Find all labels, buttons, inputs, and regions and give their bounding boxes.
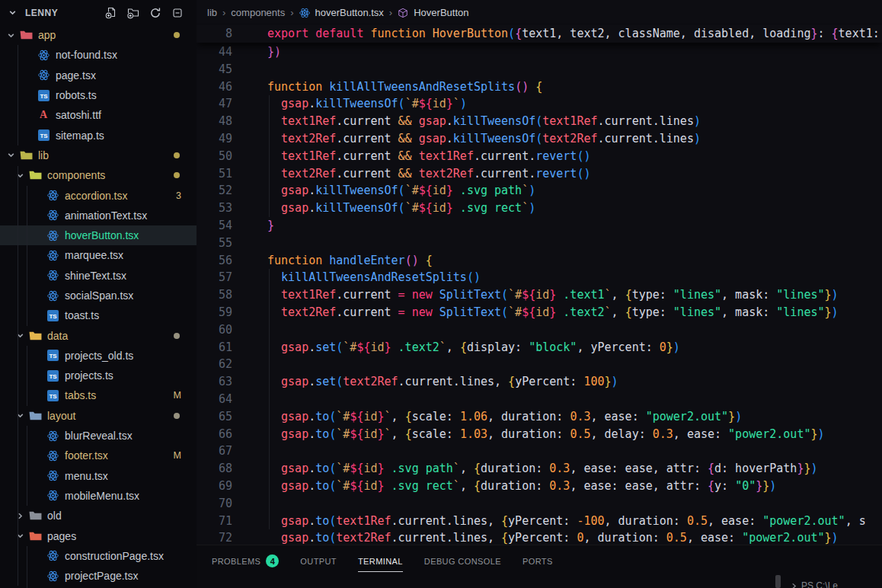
code-line-55[interactable]: 55 — [197, 235, 882, 252]
collapse-folders-button[interactable] — [171, 6, 184, 20]
tree-item-hoverButton.tsx[interactable]: hoverButton.tsx — [0, 225, 197, 245]
code-line-69[interactable]: 69 gsap.to(`#${id} .svg rect`, {duration… — [197, 478, 882, 495]
line-number: 63 — [197, 373, 232, 391]
code-token: "lines" — [673, 305, 721, 319]
code-token: ( — [398, 201, 405, 215]
tree-item-accordion.tsx[interactable]: accordion.tsx3 — [0, 185, 197, 205]
code-lines[interactable]: 44})4546function killAllTweensAndResetSp… — [197, 43, 882, 545]
code-token: . — [308, 462, 315, 475]
code-token: . — [308, 479, 315, 493]
code-line-71[interactable]: 71 gsap.to(text1Ref.current.lines, {yPer… — [197, 513, 882, 530]
git-status-badge: M — [174, 450, 181, 461]
tree-item-menu.tsx[interactable]: menu.tsx — [0, 466, 197, 486]
code-token: gsap — [281, 97, 308, 110]
tree-item-tabs.ts[interactable]: TStabs.tsM — [0, 385, 197, 405]
code-line-46[interactable]: 46function killAllTweensAndResetSplits()… — [197, 78, 882, 96]
tree-item-robots.ts[interactable]: TSrobots.ts — [0, 85, 197, 105]
tab-terminal[interactable]: TERMINAL — [358, 557, 403, 572]
line-number: 67 — [197, 443, 232, 460]
code-line-44[interactable]: 44}) — [197, 43, 882, 61]
chevron-down-icon[interactable] — [8, 8, 18, 17]
tab-ports[interactable]: PORTS — [522, 557, 553, 572]
tab-output[interactable]: OUTPUT — [300, 557, 337, 572]
code-token: new — [412, 305, 439, 319]
code-token: ( — [329, 479, 336, 493]
react-icon — [46, 290, 59, 302]
code-token: . — [308, 340, 315, 354]
breadcrumb-item-components[interactable]: components — [231, 7, 285, 18]
code-line-67[interactable]: 67 — [197, 443, 882, 460]
code-line-63[interactable]: 63 gsap.set(text2Ref.current.lines, {yPe… — [197, 373, 882, 391]
code-line-57[interactable]: 57 killAllTweensAndResetSplits() — [197, 269, 882, 286]
code-line-49[interactable]: 49 text2Ref.current && gsap.killTweensOf… — [197, 130, 882, 148]
code-line-45[interactable]: 45 — [197, 61, 882, 78]
code-token: ) — [769, 479, 776, 493]
code-token: ` — [439, 340, 446, 354]
tab-problems[interactable]: PROBLEMS 4 — [212, 554, 279, 574]
tree-item-pages[interactable]: pages — [0, 526, 197, 545]
code-line-54[interactable]: 54} — [197, 217, 882, 235]
tree-item-layout[interactable]: layout — [0, 406, 197, 426]
code-line-48[interactable]: 48 text1Ref.current && gsap.killTweensOf… — [197, 113, 882, 130]
terminal-prompt-line[interactable]: PS C:\Lenny\Websites\lenny> npm run dev — [210, 577, 499, 588]
code-line-70[interactable]: 70 — [197, 495, 882, 513]
tree-item-sitemap.ts[interactable]: TSsitemap.ts — [0, 125, 197, 145]
code-line-56[interactable]: 56function handleEnter() { — [197, 252, 882, 270]
terminal-scrollbar[interactable] — [775, 575, 781, 588]
code-line-72[interactable]: 72 gsap.to(text2Ref.current.lines, {yPer… — [197, 529, 882, 545]
tree-item-projectPage.tsx[interactable]: projectPage.tsx — [0, 566, 197, 586]
sticky-scroll-line[interactable]: 8 export default function HoverButton({t… — [197, 25, 882, 43]
tree-item-data[interactable]: data — [0, 325, 197, 345]
new-folder-button[interactable] — [126, 6, 140, 20]
code-text: gsap.set(`#${id} .text2`, {display: "blo… — [232, 339, 680, 356]
code-line-64[interactable]: 64 — [197, 391, 882, 408]
code-line-47[interactable]: 47 gsap.killTweensOf(`#${id}`) — [197, 95, 882, 113]
tree-item-lib[interactable]: lib — [0, 145, 197, 165]
tree-item-not-found.tsx[interactable]: not-found.tsx — [0, 45, 197, 65]
tree-item-mobileMenu.tsx[interactable]: mobileMenu.tsx — [0, 486, 197, 506]
tree-item-socialSpan.tsx[interactable]: socialSpan.tsx — [0, 286, 197, 305]
code-token: killAllTweensAndResetSplits — [281, 270, 467, 284]
tree-item-toast.ts[interactable]: TStoast.ts — [0, 305, 197, 325]
tree-item-marquee.tsx[interactable]: marquee.tsx — [0, 245, 197, 265]
code-line-62[interactable]: 62 — [197, 356, 882, 373]
terminal-list-item[interactable]: PS C:\Le — [791, 580, 838, 588]
tab-debug-console[interactable]: DEBUG CONSOLE — [424, 557, 501, 572]
code-line-59[interactable]: 59 text2Ref.current = new SplitText(`#${… — [197, 304, 882, 321]
tree-item-projects_old.ts[interactable]: TSprojects_old.ts — [0, 346, 197, 366]
code-token: `# — [336, 427, 350, 441]
tree-item-app[interactable]: app — [0, 25, 197, 45]
tree-indent-guide — [18, 166, 18, 586]
breadcrumb-item-symbol[interactable]: HoverButton — [414, 7, 468, 18]
tree-item-satoshi.ttf[interactable]: Asatoshi.ttf — [0, 105, 197, 125]
tree-item-label: lib — [38, 149, 49, 161]
tree-item-components[interactable]: components — [0, 165, 197, 185]
code-token: , — [391, 427, 405, 441]
tree-item-animationText.tsx[interactable]: animationText.tsx — [0, 206, 197, 225]
tree-item-constructionPage.tsx[interactable]: constructionPage.tsx — [0, 546, 197, 566]
line-number: 46 — [197, 78, 232, 96]
code-line-52[interactable]: 52 gsap.killTweensOf(`#${id} .svg path`) — [197, 182, 882, 200]
tree-item-blurReveal.tsx[interactable]: blurReveal.tsx — [0, 426, 197, 446]
tree-item-projects.ts[interactable]: TSprojects.ts — [0, 366, 197, 385]
code-line-68[interactable]: 68 gsap.to(`#${id} .svg path`, {duration… — [197, 460, 882, 478]
breadcrumb-item-lib[interactable]: lib — [207, 7, 217, 18]
code-line-61[interactable]: 61 gsap.set(`#${id} .text2`, {display: "… — [197, 339, 882, 356]
tree-item-shineText.tsx[interactable]: shineText.tsx — [0, 266, 197, 286]
code-token: { — [405, 410, 412, 423]
tree-item-old[interactable]: old — [0, 506, 197, 526]
refresh-button[interactable] — [149, 6, 162, 20]
code-line-60[interactable]: 60 — [197, 321, 882, 339]
code-line-65[interactable]: 65 gsap.to(`#${id}`, {scale: 1.06, durat… — [197, 408, 882, 426]
code-token: id — [535, 305, 549, 319]
tree-item-page.tsx[interactable]: page.tsx — [0, 66, 197, 85]
tree-item-footer.tsx[interactable]: footer.tsxM — [0, 446, 197, 465]
code-line-51[interactable]: 51 text2Ref.current && text2Ref.current.… — [197, 165, 882, 183]
code-line-66[interactable]: 66 gsap.to(`#${id}`, {scale: 1.03, durat… — [197, 426, 882, 443]
code-token: = — [398, 305, 412, 319]
code-line-58[interactable]: 58 text1Ref.current = new SplitText(`#${… — [197, 286, 882, 304]
code-line-53[interactable]: 53 gsap.killTweensOf(`#${id} .svg rect`) — [197, 200, 882, 217]
breadcrumb-item-file[interactable]: hoverButton.tsx — [315, 7, 384, 18]
code-line-50[interactable]: 50 text1Ref.current && text1Ref.current.… — [197, 148, 882, 165]
new-file-button[interactable] — [104, 6, 118, 20]
